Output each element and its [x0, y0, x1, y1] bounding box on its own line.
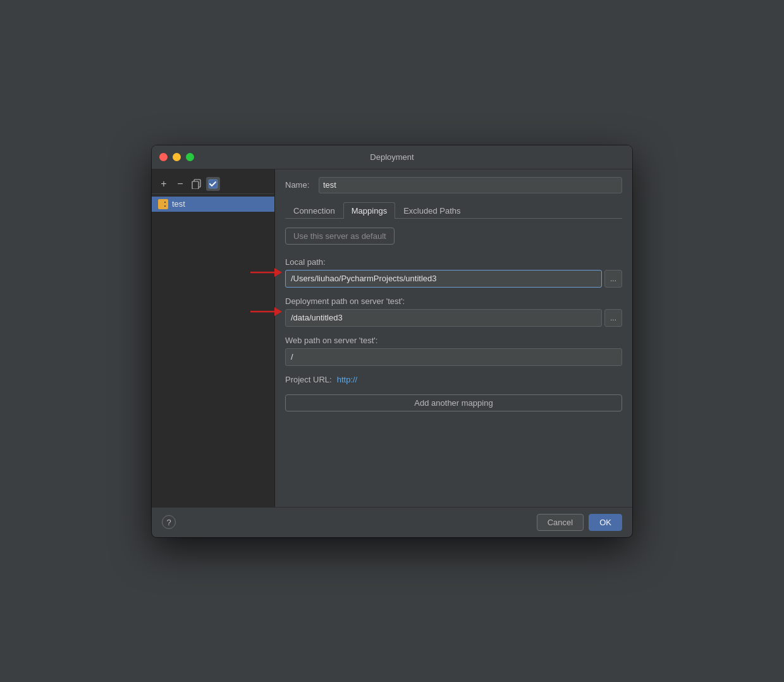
- add-mapping-button[interactable]: Add another mapping: [285, 394, 622, 411]
- tab-connection[interactable]: Connection: [285, 202, 343, 219]
- project-url-link[interactable]: http://: [337, 375, 358, 384]
- bottom-buttons: Cancel OK: [537, 514, 622, 531]
- right-panel: Name: Connection Mappings Excluded Paths: [275, 169, 632, 507]
- local-path-arrow: [250, 265, 282, 280]
- tab-excluded-paths[interactable]: Excluded Paths: [395, 202, 469, 219]
- web-path-group: Web path on server 'test':: [285, 336, 622, 366]
- maximize-button[interactable]: [186, 153, 194, 161]
- name-input[interactable]: [319, 177, 622, 193]
- title-bar: Deployment: [152, 145, 632, 169]
- window-title: Deployment: [370, 152, 413, 162]
- deployment-path-group: Deployment path on server 'test': ...: [285, 296, 622, 327]
- help-button[interactable]: ?: [162, 515, 176, 529]
- svg-rect-4: [159, 205, 167, 207]
- svg-point-6: [164, 205, 166, 207]
- local-path-browse[interactable]: ...: [604, 270, 622, 288]
- cancel-button[interactable]: Cancel: [537, 514, 584, 531]
- window-controls: [159, 153, 194, 161]
- tab-mappings[interactable]: Mappings: [343, 202, 395, 219]
- svg-point-5: [164, 202, 166, 203]
- svg-marker-10: [274, 307, 282, 316]
- deployment-path-browse[interactable]: ...: [604, 309, 622, 327]
- sidebar-item-label: test: [172, 199, 185, 209]
- name-label: Name:: [285, 180, 314, 190]
- local-path-input[interactable]: [285, 270, 602, 288]
- enable-server-button[interactable]: [206, 177, 220, 191]
- close-button[interactable]: [159, 153, 168, 161]
- project-url-label: Project URL:: [285, 375, 332, 384]
- deployment-path-label: Deployment path on server 'test':: [285, 296, 622, 306]
- web-path-label: Web path on server 'test':: [285, 336, 622, 345]
- svg-marker-8: [274, 268, 282, 277]
- minimize-button[interactable]: [173, 153, 181, 161]
- deployment-path-input[interactable]: [285, 309, 602, 327]
- sidebar: + −: [152, 169, 275, 507]
- server-icon: [158, 199, 168, 209]
- deployment-window: Deployment + −: [152, 145, 632, 537]
- local-path-row: ...: [285, 270, 622, 288]
- main-content: + −: [152, 169, 632, 507]
- use-server-button[interactable]: Use this server as default: [285, 228, 395, 245]
- sidebar-item-test[interactable]: test: [152, 197, 274, 212]
- add-server-button[interactable]: +: [157, 177, 171, 191]
- tabs-bar: Connection Mappings Excluded Paths: [285, 202, 622, 219]
- remove-server-button[interactable]: −: [173, 177, 187, 191]
- bottom-bar: ? Cancel OK: [152, 507, 632, 537]
- web-path-row: [285, 348, 622, 366]
- ok-button[interactable]: OK: [589, 514, 622, 531]
- deployment-path-row: ...: [285, 309, 622, 327]
- name-row: Name:: [285, 177, 622, 193]
- deployment-path-arrow: [250, 304, 282, 319]
- local-path-label: Local path:: [285, 257, 622, 267]
- sidebar-toolbar: + −: [152, 174, 274, 194]
- copy-server-button[interactable]: [190, 177, 204, 191]
- svg-rect-1: [192, 181, 199, 189]
- svg-rect-3: [159, 201, 167, 204]
- web-path-input[interactable]: [285, 348, 622, 366]
- use-server-section: Use this server as default: [285, 228, 622, 257]
- local-path-group: Local path: ...: [285, 257, 622, 288]
- project-url-row: Project URL: http://: [285, 375, 622, 384]
